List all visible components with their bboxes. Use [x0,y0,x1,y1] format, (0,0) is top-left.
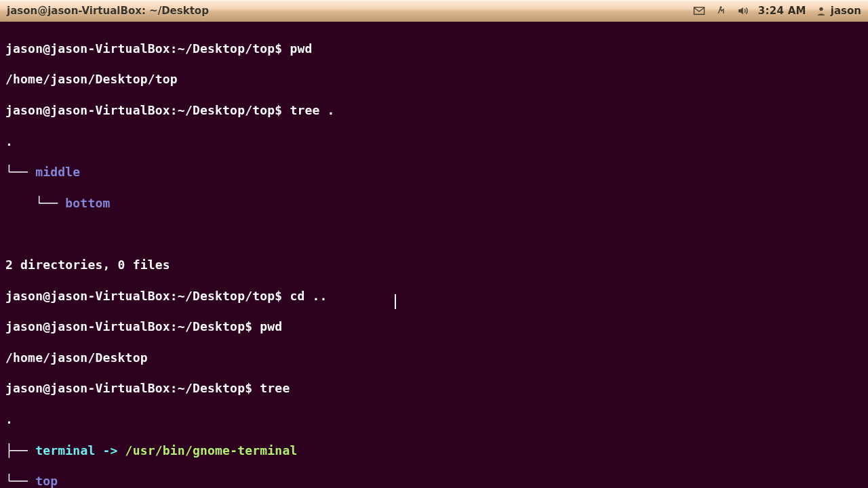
user-menu[interactable]: jason [816,5,861,17]
blank-line [5,226,863,242]
tree-row: ├── terminal -> /usr/bin/gnome-terminal [5,443,863,459]
volume-icon[interactable] [736,5,749,17]
clock[interactable]: 3:24 AM [758,5,806,17]
prompt-line: jason@jason-VirtualBox:~/Desktop/top$ tr… [5,103,863,119]
tree-row: └── bottom [5,196,863,211]
prompt-line: jason@jason-VirtualBox:~/Desktop/top$ pw… [5,41,863,57]
output-line: /home/jason/Desktop [5,350,863,366]
prompt-line: jason@jason-VirtualBox:~/Desktop$ tree [5,381,863,396]
window-title: jason@jason-VirtualBox: ~/Desktop [0,5,209,17]
prompt-line: jason@jason-VirtualBox:~/Desktop/top$ cd… [5,289,863,304]
mail-icon[interactable] [693,5,705,17]
prompt-line: jason@jason-VirtualBox:~/Desktop$ pwd [5,319,863,335]
tree-summary: 2 directories, 0 files [5,258,863,273]
terminal-viewport[interactable]: jason@jason-VirtualBox:~/Desktop/top$ pw… [0,22,868,488]
system-tray: 3:24 AM jason [693,5,868,17]
tree-root: . [5,134,863,150]
user-name: jason [831,5,861,17]
window-titlebar[interactable]: jason@jason-VirtualBox: ~/Desktop 3:24 A… [0,0,868,22]
output-line: /home/jason/Desktop/top [5,72,863,87]
tree-row: └── top [5,474,863,488]
svg-point-0 [819,7,823,11]
tree-root: . [5,412,863,428]
network-icon[interactable] [715,5,727,17]
tree-row: └── middle [5,165,863,180]
